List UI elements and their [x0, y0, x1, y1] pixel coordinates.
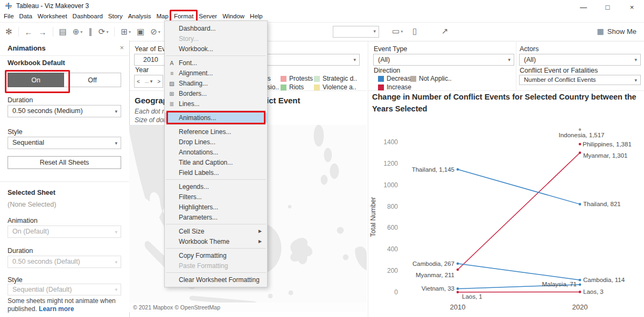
format-menu-item-shading[interactable]: ▨Shading... — [165, 78, 267, 88]
menu-item-window[interactable]: Window — [220, 11, 247, 22]
mark-point[interactable] — [579, 203, 582, 206]
new-data-source-icon[interactable]: ⊕▾ — [73, 27, 83, 37]
reset-all-sheets-button[interactable]: Reset All Sheets — [8, 156, 121, 169]
show-hide-cards-icon[interactable]: ▭▾ — [392, 26, 403, 36]
format-menu-item-parameters[interactable]: Parameters... — [165, 212, 267, 222]
slope-line-cambodia[interactable] — [458, 264, 580, 280]
new-worksheet-icon: ⊞ — [121, 27, 128, 37]
mark-point[interactable] — [457, 269, 459, 271]
pause-auto-updates-icon[interactable]: ∥ — [88, 27, 93, 37]
format-menu-item-title-and-caption[interactable]: Title and Caption... — [165, 157, 267, 167]
format-menu-item-borders[interactable]: ⊞Borders... — [165, 88, 267, 98]
save-icon[interactable]: ▤ — [59, 27, 67, 37]
menu-item-worksheet[interactable]: Worksheet — [35, 11, 70, 22]
format-menu-item-highlighters[interactable]: Highlighters... — [165, 202, 267, 212]
event-legend-item-violence-a[interactable]: Violence a.. — [314, 83, 356, 91]
menu-item-server[interactable]: Server — [196, 11, 220, 22]
menu-item-label: Shading... — [179, 80, 258, 87]
direction-legend-item-not-applic[interactable]: Not Applic.. — [410, 75, 452, 82]
presentation-mode-icon[interactable]: ▯ — [412, 26, 417, 36]
format-menu-item-font[interactable]: AFont... — [165, 58, 267, 68]
format-menu-item-workbook[interactable]: Workbook... — [165, 44, 267, 54]
menu-item-file[interactable]: File — [1, 11, 17, 22]
divider — [0, 181, 129, 182]
mark-point[interactable] — [457, 291, 459, 294]
fit-combobox[interactable]: ▾ — [333, 26, 379, 38]
menu-item-label: Data — [19, 13, 32, 19]
menu-separator — [166, 272, 266, 273]
menu-item-format[interactable]: Format — [171, 11, 196, 22]
format-menu-item-copy-formatting[interactable]: Copy Formatting — [165, 250, 267, 260]
actors-dropdown[interactable]: (All) ▾ — [519, 54, 641, 66]
minimize-button[interactable]: — — [571, 0, 596, 14]
format-menu-item-cell-size[interactable]: Cell Size▶ — [165, 226, 267, 236]
presentation-mode-icon: ▯ — [412, 26, 417, 36]
mark-point[interactable] — [579, 284, 582, 286]
menu-item-dashboard[interactable]: Dashboard — [70, 11, 106, 22]
format-menu-item-dashboard[interactable]: Dashboard... — [165, 23, 267, 33]
mark-point[interactable] — [457, 262, 459, 265]
event-legend-item-riots[interactable]: Riots — [281, 83, 304, 91]
mark-point[interactable] — [579, 279, 582, 281]
event-legend-item-strategic-d[interactable]: Strategic d.. — [314, 75, 357, 82]
menu-item-label: Help — [250, 13, 263, 19]
menu-separator — [166, 179, 266, 180]
slope-line-thailand[interactable] — [458, 170, 580, 205]
animations-off-button[interactable]: Off — [64, 73, 121, 87]
menu-item-map[interactable]: Map — [154, 11, 171, 22]
menu-item-help[interactable]: Help — [247, 11, 265, 22]
mark-point[interactable] — [579, 151, 582, 154]
measure-dropdown[interactable]: Number of Conflict Events ▾ — [519, 75, 641, 85]
format-menu-item-field-labels[interactable]: Field Labels... — [165, 167, 267, 178]
format-menu-item-animations[interactable]: Animations... — [165, 112, 267, 123]
duration-dropdown[interactable]: 0.50 seconds (Medium) ▾ — [8, 105, 121, 117]
mark-label-thailand-1-145: Thailand, 1,145 — [412, 166, 454, 173]
format-menu-item-reference-lines[interactable]: Reference Lines... — [165, 126, 267, 137]
close-button[interactable]: × — [620, 0, 644, 14]
menu-item-story[interactable]: Story — [106, 11, 125, 22]
duplicate-icon[interactable]: ▣ — [137, 27, 144, 37]
format-menu-item-drop-lines[interactable]: Drop Lines... — [165, 137, 267, 147]
format-menu-item-workbook-theme[interactable]: Workbook Theme▶ — [165, 236, 267, 246]
tableau-logo-icon[interactable]: ✻ — [5, 27, 12, 37]
chevron-down-icon: ▾ — [115, 229, 117, 235]
slope-chart[interactable]: 0200400600800100012001400Total Number201… — [368, 86, 644, 317]
slope-chart-svg: 0200400600800100012001400Total Number201… — [368, 86, 644, 317]
style-dropdown[interactable]: Sequential ▾ — [8, 137, 121, 149]
new-worksheet-icon[interactable]: ⊞▾ — [121, 27, 131, 37]
format-menu-item-filters[interactable]: Filters... — [165, 192, 267, 202]
x-axis-label: 2020 — [572, 303, 588, 311]
undo-icon[interactable]: ← — [25, 27, 33, 37]
format-menu-item-annotations[interactable]: Annotations... — [165, 147, 267, 157]
mark-point-indonesia[interactable] — [579, 128, 582, 131]
menu-item-label: Lines... — [179, 100, 258, 108]
redo-icon[interactable]: → — [39, 27, 47, 37]
show-me-button[interactable]: ▦ Show Me — [597, 27, 636, 36]
menu-item-data[interactable]: Data — [17, 11, 35, 22]
next-value-button[interactable]: > — [157, 79, 160, 84]
event-legend-item-protests[interactable]: Protests — [281, 75, 313, 82]
clear-sheet-icon[interactable]: ⊘▾ — [150, 27, 160, 37]
menu-item-analysis[interactable]: Analysis — [125, 11, 154, 22]
event-type-dropdown[interactable]: (All) ▾ — [373, 54, 514, 66]
mark-point-philippines[interactable] — [579, 143, 582, 145]
parameter-dropdown[interactable]: ... ▾ — [145, 79, 153, 84]
format-menu-item-legends[interactable]: Legends... — [165, 181, 267, 192]
mark-point[interactable] — [457, 168, 459, 171]
share-workbook-icon[interactable]: ↗ — [442, 26, 449, 36]
mark-label-philippines-1-381: Philippines, 1,381 — [583, 141, 632, 147]
mark-point[interactable] — [579, 291, 582, 293]
format-menu-item-alignment[interactable]: ≡Alignment... — [165, 68, 267, 78]
format-menu: Dashboard...Story...Workbook...AFont...≡… — [164, 20, 268, 287]
run-update-icon[interactable]: ⟳▾ — [99, 27, 109, 37]
animations-on-button[interactable]: On — [8, 73, 64, 87]
mark-point[interactable] — [457, 287, 459, 290]
learn-more-link[interactable]: Learn more — [39, 305, 74, 313]
direction-legend-item-decrease[interactable]: Decrease — [378, 75, 414, 82]
previous-value-button[interactable]: < — [137, 79, 140, 84]
slope-line-myanmar[interactable] — [458, 153, 580, 270]
maximize-button[interactable]: □ — [596, 0, 620, 14]
close-icon[interactable]: × — [120, 44, 124, 52]
format-menu-item-clear-worksheet-formatting[interactable]: Clear Worksheet Formatting — [165, 274, 267, 285]
format-menu-item-lines[interactable]: ≣Lines... — [165, 98, 267, 109]
